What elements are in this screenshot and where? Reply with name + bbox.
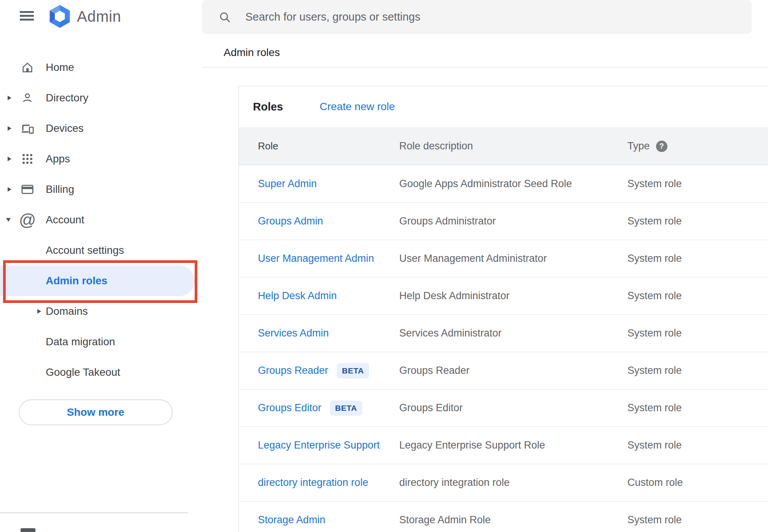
- menu-hamburger-button[interactable]: [20, 11, 34, 21]
- header-divider: [202, 67, 768, 67]
- role-cell: Help Desk Admin: [258, 290, 399, 302]
- table-row: Storage Admin Storage Admin Role System …: [239, 502, 768, 532]
- home-icon: [21, 61, 34, 74]
- role-link[interactable]: Super Admin: [258, 178, 317, 190]
- role-type: System role: [627, 402, 768, 414]
- sidebar-item-admin-roles[interactable]: Admin roles: [0, 266, 195, 296]
- column-header-description: Role description: [399, 140, 627, 152]
- sidebar-item-directory[interactable]: Directory: [0, 83, 197, 113]
- sidebar-item-data-migration[interactable]: Data migration: [0, 327, 197, 357]
- expand-arrow-icon[interactable]: [8, 96, 11, 100]
- table-header-row: Role Role description Type ?: [239, 127, 768, 165]
- roles-card-header: Roles Create new role: [239, 86, 768, 127]
- role-description: Legacy Enterprise Support Role: [399, 439, 627, 451]
- column-header-type: Type ?: [627, 140, 768, 152]
- beta-badge: BETA: [330, 401, 363, 416]
- sidebar-item-label: Home: [46, 61, 74, 74]
- sidebar-item-apps[interactable]: Apps: [0, 144, 197, 174]
- role-cell: Legacy Enterprise Support: [258, 439, 399, 451]
- role-cell: Storage Admin: [258, 514, 399, 526]
- sidebar-item-label: Data migration: [46, 336, 115, 348]
- sidebar-item-account-settings[interactable]: Account settings: [0, 235, 197, 266]
- person-icon: [21, 91, 34, 105]
- table-row: Legacy Enterprise Support Legacy Enterpr…: [239, 427, 768, 464]
- role-description: Groups Reader: [399, 365, 627, 377]
- role-description: Google Apps Administrator Seed Role: [399, 178, 627, 190]
- search-icon: [219, 11, 231, 23]
- role-link[interactable]: Groups Reader: [258, 365, 328, 377]
- column-header-type-label: Type: [627, 140, 650, 152]
- role-type: Custom role: [627, 477, 768, 489]
- sidebar-item-label: Google Takeout: [46, 366, 120, 378]
- devices-icon: [21, 122, 34, 135]
- collapse-arrow-icon[interactable]: [6, 218, 11, 222]
- expand-arrow-icon[interactable]: [8, 187, 11, 192]
- help-icon[interactable]: ?: [656, 141, 667, 152]
- roles-card: Roles Create new role Role Role descript…: [238, 86, 768, 532]
- expand-arrow-icon[interactable]: [37, 309, 41, 314]
- role-type: System role: [627, 327, 768, 339]
- sidebar-item-label: Account: [46, 214, 84, 226]
- table-row: Super Admin Google Apps Administrator Se…: [239, 165, 768, 203]
- role-description: Groups Editor: [399, 402, 627, 414]
- role-description: Help Desk Administrator: [399, 290, 627, 302]
- search-input[interactable]: [245, 11, 752, 23]
- role-description: Services Administrator: [399, 327, 627, 339]
- credit-card-icon: [21, 183, 34, 196]
- sidebar-item-google-takeout[interactable]: Google Takeout: [0, 357, 197, 388]
- role-link[interactable]: directory integration role: [258, 477, 368, 489]
- sidebar-item-account[interactable]: @ Account: [0, 205, 197, 235]
- admin-logo[interactable]: Admin: [49, 5, 121, 28]
- admin-hexagon-icon: [49, 5, 71, 28]
- role-type: System role: [627, 514, 768, 526]
- role-description: Groups Administrator: [399, 215, 627, 227]
- role-cell: Groups Reader BETA: [258, 363, 399, 378]
- sidebar-item-label: Devices: [46, 122, 84, 135]
- role-cell: directory integration role: [258, 477, 399, 489]
- expand-arrow-icon[interactable]: [8, 126, 11, 131]
- sidebar-item-devices[interactable]: Devices: [0, 113, 197, 144]
- expand-arrow-icon[interactable]: [8, 157, 11, 161]
- role-link[interactable]: Services Admin: [258, 327, 329, 339]
- sidebar-item-label: Directory: [46, 92, 88, 104]
- role-link[interactable]: User Management Admin: [258, 253, 374, 264]
- apps-grid-icon: [21, 152, 34, 166]
- table-row: Groups Editor BETA Groups Editor System …: [239, 389, 768, 427]
- role-cell: User Management Admin: [258, 253, 399, 264]
- show-more-button[interactable]: Show more: [19, 399, 173, 425]
- role-type: System role: [627, 215, 768, 227]
- role-cell: Groups Editor BETA: [258, 401, 399, 416]
- create-new-role-link[interactable]: Create new role: [320, 101, 395, 113]
- role-link[interactable]: Legacy Enterprise Support: [258, 439, 380, 451]
- breadcrumb: Admin roles: [224, 46, 280, 59]
- table-row: Services Admin Services Administrator Sy…: [239, 315, 768, 352]
- role-type: System role: [627, 365, 768, 377]
- sidebar-item-domains[interactable]: Domains: [0, 296, 197, 327]
- column-header-role: Role: [258, 140, 399, 152]
- sidebar-item-label: Apps: [46, 153, 70, 165]
- hamburger-bar: [20, 19, 34, 21]
- sidebar-item-label: Admin roles: [46, 275, 107, 287]
- sidebar: Admin Home Directory: [0, 0, 197, 532]
- hamburger-bar: [20, 11, 34, 13]
- role-link[interactable]: Groups Admin: [258, 215, 323, 227]
- search-bar: [202, 0, 752, 34]
- role-type: System role: [627, 253, 768, 264]
- role-link[interactable]: Storage Admin: [258, 514, 325, 526]
- role-type: System role: [627, 178, 768, 190]
- sidebar-item-home[interactable]: Home: [0, 52, 197, 83]
- admin-console-screen: Admin Home Directory: [0, 0, 768, 532]
- role-description: User Management Administrator: [399, 253, 627, 264]
- role-link[interactable]: Help Desk Admin: [258, 290, 337, 302]
- at-sign-icon: @: [21, 213, 34, 227]
- sidebar-nav: Home Directory Devices: [0, 52, 197, 388]
- table-row: User Management Admin User Management Ad…: [239, 240, 768, 277]
- role-type: System role: [627, 439, 768, 451]
- role-type: System role: [627, 290, 768, 302]
- sidebar-item-billing[interactable]: Billing: [0, 174, 197, 205]
- sidebar-item-label: Account settings: [46, 244, 124, 256]
- role-link[interactable]: Groups Editor: [258, 402, 322, 414]
- role-description: Storage Admin Role: [399, 514, 627, 526]
- role-cell: Services Admin: [258, 327, 399, 339]
- role-cell: Groups Admin: [258, 215, 399, 227]
